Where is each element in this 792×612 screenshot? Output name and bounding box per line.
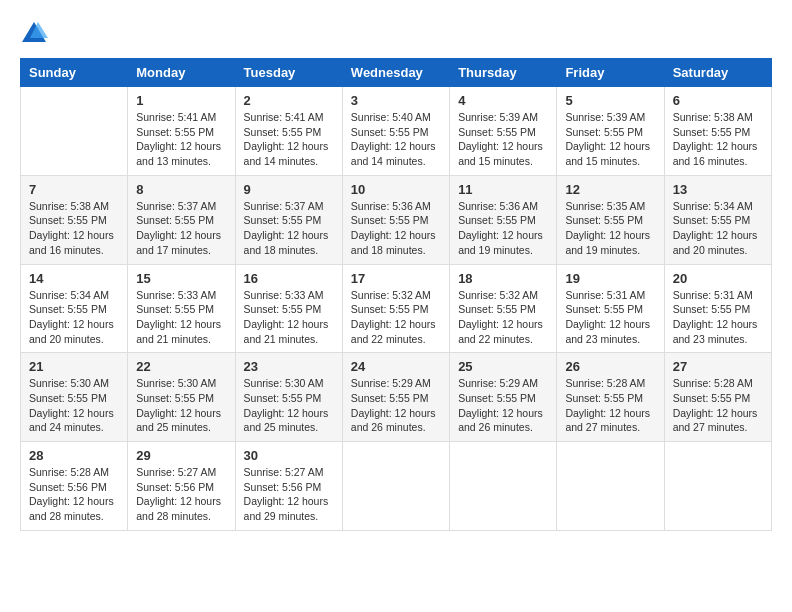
column-header-thursday: Thursday	[450, 59, 557, 87]
calendar-cell: 24Sunrise: 5:29 AMSunset: 5:55 PMDayligh…	[342, 353, 449, 442]
calendar-cell: 27Sunrise: 5:28 AMSunset: 5:55 PMDayligh…	[664, 353, 771, 442]
day-number: 11	[458, 182, 548, 197]
day-info: Sunrise: 5:29 AMSunset: 5:55 PMDaylight:…	[458, 376, 548, 435]
calendar-cell: 30Sunrise: 5:27 AMSunset: 5:56 PMDayligh…	[235, 442, 342, 531]
day-info: Sunrise: 5:27 AMSunset: 5:56 PMDaylight:…	[136, 465, 226, 524]
day-number: 26	[565, 359, 655, 374]
day-number: 3	[351, 93, 441, 108]
calendar-week-row: 7Sunrise: 5:38 AMSunset: 5:55 PMDaylight…	[21, 175, 772, 264]
calendar-cell: 6Sunrise: 5:38 AMSunset: 5:55 PMDaylight…	[664, 87, 771, 176]
calendar-cell: 13Sunrise: 5:34 AMSunset: 5:55 PMDayligh…	[664, 175, 771, 264]
day-number: 6	[673, 93, 763, 108]
day-info: Sunrise: 5:32 AMSunset: 5:55 PMDaylight:…	[458, 288, 548, 347]
calendar-cell: 4Sunrise: 5:39 AMSunset: 5:55 PMDaylight…	[450, 87, 557, 176]
day-info: Sunrise: 5:33 AMSunset: 5:55 PMDaylight:…	[244, 288, 334, 347]
calendar-cell: 2Sunrise: 5:41 AMSunset: 5:55 PMDaylight…	[235, 87, 342, 176]
day-number: 22	[136, 359, 226, 374]
calendar-cell: 19Sunrise: 5:31 AMSunset: 5:55 PMDayligh…	[557, 264, 664, 353]
day-number: 17	[351, 271, 441, 286]
column-header-saturday: Saturday	[664, 59, 771, 87]
calendar-cell: 28Sunrise: 5:28 AMSunset: 5:56 PMDayligh…	[21, 442, 128, 531]
day-number: 18	[458, 271, 548, 286]
day-number: 21	[29, 359, 119, 374]
calendar-cell: 15Sunrise: 5:33 AMSunset: 5:55 PMDayligh…	[128, 264, 235, 353]
day-number: 4	[458, 93, 548, 108]
calendar-cell: 3Sunrise: 5:40 AMSunset: 5:55 PMDaylight…	[342, 87, 449, 176]
calendar-cell: 26Sunrise: 5:28 AMSunset: 5:55 PMDayligh…	[557, 353, 664, 442]
day-number: 14	[29, 271, 119, 286]
calendar-cell: 21Sunrise: 5:30 AMSunset: 5:55 PMDayligh…	[21, 353, 128, 442]
calendar-week-row: 21Sunrise: 5:30 AMSunset: 5:55 PMDayligh…	[21, 353, 772, 442]
day-info: Sunrise: 5:28 AMSunset: 5:55 PMDaylight:…	[673, 376, 763, 435]
page-header	[20, 20, 772, 48]
calendar-cell: 11Sunrise: 5:36 AMSunset: 5:55 PMDayligh…	[450, 175, 557, 264]
day-info: Sunrise: 5:34 AMSunset: 5:55 PMDaylight:…	[29, 288, 119, 347]
day-number: 15	[136, 271, 226, 286]
day-info: Sunrise: 5:28 AMSunset: 5:56 PMDaylight:…	[29, 465, 119, 524]
day-number: 2	[244, 93, 334, 108]
day-info: Sunrise: 5:27 AMSunset: 5:56 PMDaylight:…	[244, 465, 334, 524]
calendar-cell: 12Sunrise: 5:35 AMSunset: 5:55 PMDayligh…	[557, 175, 664, 264]
calendar-cell: 18Sunrise: 5:32 AMSunset: 5:55 PMDayligh…	[450, 264, 557, 353]
day-info: Sunrise: 5:36 AMSunset: 5:55 PMDaylight:…	[351, 199, 441, 258]
day-info: Sunrise: 5:32 AMSunset: 5:55 PMDaylight:…	[351, 288, 441, 347]
calendar-cell: 25Sunrise: 5:29 AMSunset: 5:55 PMDayligh…	[450, 353, 557, 442]
day-info: Sunrise: 5:29 AMSunset: 5:55 PMDaylight:…	[351, 376, 441, 435]
calendar-week-row: 28Sunrise: 5:28 AMSunset: 5:56 PMDayligh…	[21, 442, 772, 531]
calendar-cell: 23Sunrise: 5:30 AMSunset: 5:55 PMDayligh…	[235, 353, 342, 442]
column-header-friday: Friday	[557, 59, 664, 87]
calendar-cell: 29Sunrise: 5:27 AMSunset: 5:56 PMDayligh…	[128, 442, 235, 531]
logo	[20, 20, 52, 48]
column-header-monday: Monday	[128, 59, 235, 87]
day-number: 10	[351, 182, 441, 197]
day-info: Sunrise: 5:31 AMSunset: 5:55 PMDaylight:…	[673, 288, 763, 347]
day-info: Sunrise: 5:41 AMSunset: 5:55 PMDaylight:…	[136, 110, 226, 169]
day-number: 8	[136, 182, 226, 197]
day-number: 28	[29, 448, 119, 463]
calendar-cell	[450, 442, 557, 531]
logo-icon	[20, 20, 48, 48]
calendar-cell: 16Sunrise: 5:33 AMSunset: 5:55 PMDayligh…	[235, 264, 342, 353]
day-info: Sunrise: 5:40 AMSunset: 5:55 PMDaylight:…	[351, 110, 441, 169]
day-info: Sunrise: 5:39 AMSunset: 5:55 PMDaylight:…	[565, 110, 655, 169]
calendar-cell: 17Sunrise: 5:32 AMSunset: 5:55 PMDayligh…	[342, 264, 449, 353]
calendar-cell	[557, 442, 664, 531]
day-number: 25	[458, 359, 548, 374]
calendar-cell: 8Sunrise: 5:37 AMSunset: 5:55 PMDaylight…	[128, 175, 235, 264]
day-number: 27	[673, 359, 763, 374]
day-number: 7	[29, 182, 119, 197]
day-info: Sunrise: 5:38 AMSunset: 5:55 PMDaylight:…	[29, 199, 119, 258]
day-info: Sunrise: 5:30 AMSunset: 5:55 PMDaylight:…	[244, 376, 334, 435]
day-number: 24	[351, 359, 441, 374]
calendar-cell: 14Sunrise: 5:34 AMSunset: 5:55 PMDayligh…	[21, 264, 128, 353]
day-number: 5	[565, 93, 655, 108]
day-number: 23	[244, 359, 334, 374]
calendar-cell: 10Sunrise: 5:36 AMSunset: 5:55 PMDayligh…	[342, 175, 449, 264]
calendar-table: SundayMondayTuesdayWednesdayThursdayFrid…	[20, 58, 772, 531]
day-info: Sunrise: 5:33 AMSunset: 5:55 PMDaylight:…	[136, 288, 226, 347]
calendar-cell: 20Sunrise: 5:31 AMSunset: 5:55 PMDayligh…	[664, 264, 771, 353]
day-info: Sunrise: 5:37 AMSunset: 5:55 PMDaylight:…	[136, 199, 226, 258]
day-number: 1	[136, 93, 226, 108]
day-number: 9	[244, 182, 334, 197]
day-number: 12	[565, 182, 655, 197]
day-info: Sunrise: 5:30 AMSunset: 5:55 PMDaylight:…	[29, 376, 119, 435]
column-header-tuesday: Tuesday	[235, 59, 342, 87]
day-info: Sunrise: 5:39 AMSunset: 5:55 PMDaylight:…	[458, 110, 548, 169]
calendar-week-row: 14Sunrise: 5:34 AMSunset: 5:55 PMDayligh…	[21, 264, 772, 353]
day-number: 13	[673, 182, 763, 197]
calendar-header-row: SundayMondayTuesdayWednesdayThursdayFrid…	[21, 59, 772, 87]
column-header-wednesday: Wednesday	[342, 59, 449, 87]
day-number: 20	[673, 271, 763, 286]
day-info: Sunrise: 5:31 AMSunset: 5:55 PMDaylight:…	[565, 288, 655, 347]
calendar-cell: 5Sunrise: 5:39 AMSunset: 5:55 PMDaylight…	[557, 87, 664, 176]
calendar-cell: 7Sunrise: 5:38 AMSunset: 5:55 PMDaylight…	[21, 175, 128, 264]
day-info: Sunrise: 5:34 AMSunset: 5:55 PMDaylight:…	[673, 199, 763, 258]
day-number: 16	[244, 271, 334, 286]
calendar-week-row: 1Sunrise: 5:41 AMSunset: 5:55 PMDaylight…	[21, 87, 772, 176]
calendar-cell	[664, 442, 771, 531]
day-info: Sunrise: 5:37 AMSunset: 5:55 PMDaylight:…	[244, 199, 334, 258]
day-number: 30	[244, 448, 334, 463]
day-info: Sunrise: 5:36 AMSunset: 5:55 PMDaylight:…	[458, 199, 548, 258]
calendar-cell	[21, 87, 128, 176]
